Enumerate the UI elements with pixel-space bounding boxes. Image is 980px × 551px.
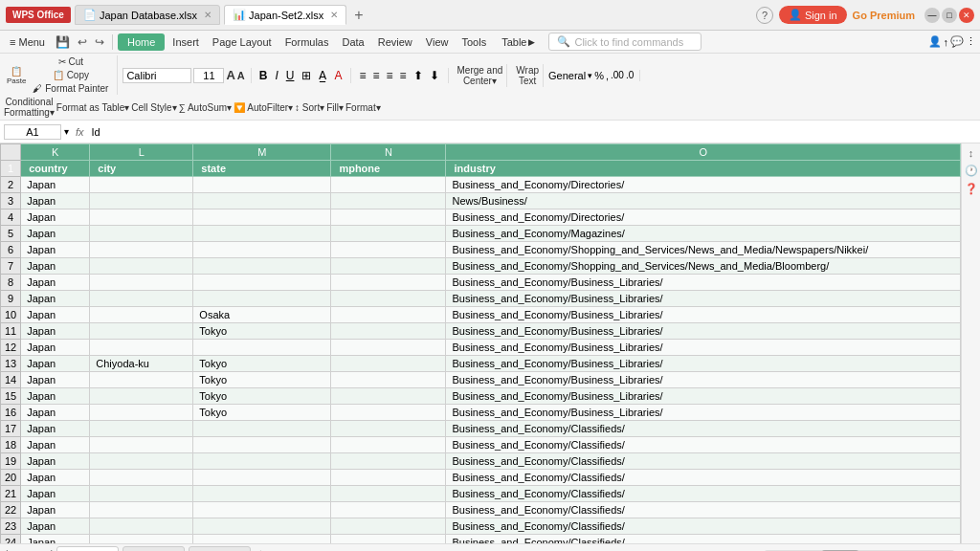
cell-style-button[interactable]: Cell Style▾: [131, 102, 176, 113]
fill-button[interactable]: Fill▾: [326, 102, 344, 113]
align-top-button[interactable]: ⬆: [411, 68, 426, 83]
font-color-button[interactable]: A: [331, 68, 345, 83]
col-header-m[interactable]: M: [193, 144, 331, 161]
col-header-k[interactable]: K: [21, 144, 90, 161]
auto-sum-button[interactable]: ∑ AutoSum▾: [179, 102, 233, 113]
table-row[interactable]: 2 Japan Business_and_Economy/Directories…: [1, 177, 961, 193]
table-row[interactable]: 5 Japan Business_and_Economy/Magazines/: [1, 226, 961, 242]
underline-button[interactable]: U: [283, 68, 298, 83]
paste-button[interactable]: 📋Paste: [4, 64, 29, 87]
cell-reference-input[interactable]: [4, 124, 61, 140]
tab-japan-set2[interactable]: 📊 Japan-Set2.xlsx ✕: [224, 5, 346, 25]
font-name-input[interactable]: [122, 68, 191, 83]
expand-icon[interactable]: ▾: [61, 126, 72, 137]
table-row[interactable]: 16 Japan Tokyo Business_and_Economy/Busi…: [1, 405, 961, 421]
number-format-down[interactable]: ▾: [588, 71, 592, 80]
sidebar-icon-1[interactable]: ↕: [969, 147, 974, 159]
save-icon[interactable]: 💾: [53, 33, 73, 51]
table-row[interactable]: 6 Japan Business_and_Economy/Shopping_an…: [1, 242, 961, 258]
sign-in-button[interactable]: 👤 Sign in: [779, 6, 847, 24]
table-row[interactable]: 9 Japan Business_and_Economy/Business_Li…: [1, 291, 961, 307]
italic-button[interactable]: I: [272, 68, 280, 83]
conditional-formatting-button[interactable]: ConditionalFormatting▾: [4, 97, 55, 118]
formula-input[interactable]: [88, 125, 976, 139]
share-icon[interactable]: ↑: [944, 36, 949, 48]
table-row[interactable]: 18 Japan Business_and_Economy/Classified…: [1, 437, 961, 453]
tab-table[interactable]: Table ▶: [494, 33, 543, 51]
format-as-table-button[interactable]: Format as Table▾: [56, 102, 130, 113]
add-tab-button[interactable]: +: [350, 7, 367, 24]
table-row[interactable]: 19 Japan Business_and_Economy/Classified…: [1, 453, 961, 470]
table-row[interactable]: 13 Japan Chiyoda-ku Tokyo Business_and_E…: [1, 356, 961, 372]
fill-color-button[interactable]: A̲: [316, 68, 329, 83]
table-row[interactable]: 22 Japan Business_and_Economy/Classified…: [1, 502, 961, 518]
maximize-button[interactable]: □: [942, 8, 957, 23]
table-row[interactable]: 4 Japan Business_and_Economy/Directories…: [1, 209, 961, 226]
comma-button[interactable]: ,: [606, 70, 609, 81]
align-right-button[interactable]: ≡: [383, 68, 395, 83]
sheet-tab-3[interactable]: Sheet3: [189, 546, 251, 552]
sidebar-icon-2[interactable]: 🕐: [965, 165, 978, 177]
tab-tools[interactable]: Tools: [456, 33, 492, 51]
table-row[interactable]: 10 Japan Osaka Business_and_Economy/Busi…: [1, 307, 961, 323]
decrease-font-size-button[interactable]: A: [237, 70, 245, 81]
tab-formulas[interactable]: Formulas: [279, 33, 335, 51]
bold-button[interactable]: B: [256, 68, 271, 83]
format-painter-button[interactable]: 🖌 Format Painter: [30, 82, 111, 95]
align-bottom-button[interactable]: ⬇: [427, 68, 442, 83]
wps-logo[interactable]: WPS Office: [6, 7, 71, 23]
table-row[interactable]: 17 Japan Business_and_Economy/Classified…: [1, 421, 961, 437]
table-row[interactable]: 14 Japan Tokyo Business_and_Economy/Busi…: [1, 372, 961, 388]
sheet-tab-1[interactable]: Sheet1: [56, 546, 119, 552]
cut-button[interactable]: ✂ Cut: [30, 55, 111, 68]
align-center-button[interactable]: ≡: [369, 68, 382, 83]
col-header-n[interactable]: N: [331, 144, 446, 161]
close-icon[interactable]: ✕: [330, 10, 338, 20]
add-sheet-button[interactable]: +: [253, 546, 269, 552]
search-commands[interactable]: 🔍 Click to find commands: [548, 33, 702, 51]
auto-filter-button[interactable]: 🔽 AutoFilter▾: [234, 102, 293, 113]
table-row[interactable]: 23 Japan Business_and_Economy/Classified…: [1, 518, 961, 535]
user-options-icon[interactable]: 👤: [928, 35, 942, 48]
sort-button[interactable]: ↕ Sort▾: [295, 102, 324, 113]
col-header-l[interactable]: L: [90, 144, 193, 161]
sidebar-icon-3[interactable]: ❓: [965, 183, 978, 195]
help-icon[interactable]: ?: [756, 7, 773, 24]
table-row[interactable]: 24 Japan Business_and_Economy/Classified…: [1, 535, 961, 544]
tab-review[interactable]: Review: [372, 33, 418, 51]
copy-button[interactable]: 📋 Copy: [30, 69, 111, 81]
col-header-o[interactable]: O: [446, 144, 961, 161]
percent-button[interactable]: %: [594, 70, 604, 81]
more-options-icon[interactable]: ⋮: [966, 35, 976, 48]
close-icon[interactable]: ✕: [204, 10, 212, 20]
table-row[interactable]: 3 Japan News/Business/: [1, 193, 961, 209]
increase-font-size-button[interactable]: A: [226, 68, 234, 82]
close-button[interactable]: ✕: [959, 8, 974, 23]
redo-icon[interactable]: ↪: [92, 33, 107, 51]
comment-icon[interactable]: 💬: [950, 35, 964, 48]
go-premium-button[interactable]: Go Premium: [853, 10, 915, 21]
tab-home[interactable]: Home: [118, 33, 165, 51]
tab-japan-database[interactable]: 📄 Japan Database.xlsx ✕: [75, 5, 220, 25]
table-row[interactable]: 12 Japan Business_and_Economy/Business_L…: [1, 340, 961, 356]
table-row[interactable]: 8 Japan Business_and_Economy/Business_Li…: [1, 275, 961, 291]
merge-center-button[interactable]: Merge andCenter▾: [454, 64, 508, 87]
table-row[interactable]: 11 Japan Tokyo Business_and_Economy/Busi…: [1, 323, 961, 340]
sheet-tab-2[interactable]: Sheet2: [122, 546, 185, 552]
more-align-buttons[interactable]: ≡: [396, 68, 409, 83]
undo-icon[interactable]: ↩: [75, 33, 90, 51]
increase-decimal-button[interactable]: .00: [611, 70, 624, 80]
tab-insert[interactable]: Insert: [167, 33, 205, 51]
font-size-input[interactable]: [193, 68, 224, 83]
borders-button[interactable]: ⊞: [299, 68, 314, 83]
tab-page-layout[interactable]: Page Layout: [207, 33, 278, 51]
decrease-decimal-button[interactable]: .0: [626, 70, 634, 80]
table-row[interactable]: 7 Japan Business_and_Economy/Shopping_an…: [1, 258, 961, 275]
table-row[interactable]: 15 Japan Tokyo Business_and_Economy/Busi…: [1, 388, 961, 405]
wrap-text-button[interactable]: WrapText: [512, 64, 544, 87]
minimize-button[interactable]: —: [924, 8, 940, 23]
format-button[interactable]: Format▾: [345, 102, 381, 113]
table-row[interactable]: 21 Japan Business_and_Economy/Classified…: [1, 486, 961, 502]
tab-data[interactable]: Data: [336, 33, 369, 51]
tab-view[interactable]: View: [420, 33, 455, 51]
